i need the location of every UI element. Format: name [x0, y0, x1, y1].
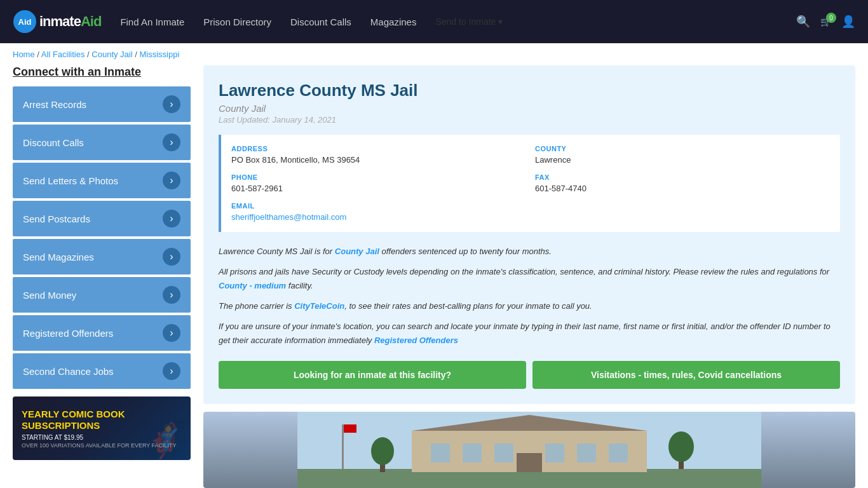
sidebar-label-send-postcards: Send Postcards: [23, 214, 90, 224]
sidebar-label-second-chance: Second Chance Jobs: [23, 366, 114, 377]
sidebar-heading: Connect with an Inmate: [13, 65, 191, 79]
facility-updated: Last Updated: January 14, 2021: [219, 115, 840, 125]
facility-photo-svg: [203, 412, 855, 488]
arrow-icon: ›: [163, 133, 180, 151]
facility-card: Lawrence County MS Jail County Jail Last…: [203, 65, 855, 404]
sidebar-label-registered-offenders: Registered Offenders: [23, 328, 113, 339]
sidebar-label-arrest-records: Arrest Records: [23, 99, 86, 110]
cart-badge-count: 0: [826, 13, 836, 23]
breadcrumb-home[interactable]: Home: [13, 50, 35, 59]
breadcrumb-all-facilities[interactable]: All Facilities: [41, 50, 85, 59]
phone-block: PHONE 601-587-2961: [231, 173, 526, 193]
arrow-icon: ›: [163, 172, 180, 189]
ad-starting: STARTING AT $19.95: [22, 434, 182, 441]
svg-rect-17: [342, 424, 344, 469]
county-block: COUNTY Lawrence: [535, 145, 830, 165]
action-buttons: Looking for an inmate at this facility? …: [219, 361, 840, 389]
find-inmate-button[interactable]: Looking for an inmate at this facility?: [219, 361, 526, 389]
nav-right: 🔍 🛒 0 👤: [796, 15, 855, 29]
link-county-jail[interactable]: County Jail: [335, 247, 379, 256]
sidebar-label-send-money: Send Money: [23, 290, 76, 301]
desc-para-2: All prisons and jails have Security or C…: [219, 265, 840, 293]
svg-rect-6: [431, 444, 450, 463]
arrow-icon: ›: [163, 362, 180, 380]
county-label: COUNTY: [535, 145, 830, 152]
svg-rect-10: [577, 444, 596, 463]
link-registered-offenders[interactable]: Registered Offenders: [374, 336, 458, 345]
sidebar-item-second-chance[interactable]: Second Chance Jobs ›: [13, 353, 191, 389]
sidebar-label-send-magazines: Send Magazines: [23, 252, 94, 262]
link-county-medium[interactable]: County - medium: [219, 281, 286, 290]
nav-magazines[interactable]: Magazines: [370, 17, 417, 27]
logo-text: inmateAid: [39, 13, 101, 30]
fax-label: FAX: [535, 173, 830, 181]
svg-point-16: [668, 431, 694, 462]
svg-rect-11: [609, 444, 628, 463]
sidebar-item-send-letters[interactable]: Send Letters & Photos ›: [13, 163, 191, 198]
content: Lawrence County MS Jail County Jail Last…: [203, 65, 855, 488]
info-grid: ADDRESS PO Box 816, Monticello, MS 39654…: [219, 135, 840, 232]
description: Lawrence County MS Jail is for County Ja…: [219, 245, 840, 348]
arrow-icon: ›: [163, 248, 180, 266]
logo[interactable]: Aid inmateAid: [13, 10, 101, 34]
search-icon[interactable]: 🔍: [796, 15, 810, 29]
address-block: ADDRESS PO Box 816, Monticello, MS 39654: [231, 145, 526, 165]
breadcrumb-mississippi[interactable]: Mississippi: [139, 50, 179, 59]
desc-para-1: Lawrence County MS Jail is for County Ja…: [219, 245, 840, 259]
nav-discount-calls[interactable]: Discount Calls: [290, 17, 351, 27]
svg-text:Aid: Aid: [18, 17, 32, 27]
email-label: EMAIL: [231, 202, 830, 210]
arrow-icon: ›: [163, 286, 180, 304]
fax-value: 601-587-4740: [535, 184, 830, 193]
email-block: EMAIL sheriffjoelthames@hotmail.com: [231, 202, 830, 222]
sidebar-item-send-money[interactable]: Send Money ›: [13, 277, 191, 313]
svg-rect-9: [545, 444, 564, 463]
arrow-icon: ›: [163, 95, 180, 113]
main-layout: Connect with an Inmate Arrest Records › …: [0, 65, 868, 488]
sidebar-item-send-magazines[interactable]: Send Magazines ›: [13, 239, 191, 274]
svg-rect-8: [494, 444, 513, 463]
phone-label: PHONE: [231, 173, 526, 181]
user-icon[interactable]: 👤: [841, 15, 855, 29]
ad-banner[interactable]: YEARLY COMIC BOOKSUBSCRIPTIONS STARTING …: [13, 396, 191, 460]
sidebar-item-registered-offenders[interactable]: Registered Offenders ›: [13, 315, 191, 351]
desc-para-3: The phone carrier is CityTeleCoin, to se…: [219, 299, 840, 313]
sidebar: Connect with an Inmate Arrest Records › …: [13, 65, 191, 488]
breadcrumb: Home / All Facilities / County Jail / Mi…: [0, 43, 868, 65]
svg-rect-18: [344, 424, 356, 433]
email-value[interactable]: sheriffjoelthames@hotmail.com: [231, 212, 830, 222]
breadcrumb-county-jail[interactable]: County Jail: [92, 50, 132, 59]
address-label: ADDRESS: [231, 145, 526, 152]
facility-photo: [203, 412, 855, 488]
ad-title: YEARLY COMIC BOOKSUBSCRIPTIONS: [22, 409, 182, 431]
nav-send-to-inmate[interactable]: Send to Inmate ▾: [435, 17, 503, 27]
nav-find-inmate[interactable]: Find An Inmate: [120, 17, 184, 27]
fax-block: FAX 601-587-4740: [535, 173, 830, 193]
navigation: Aid inmateAid Find An Inmate Prison Dire…: [0, 0, 868, 43]
facility-title: Lawrence County MS Jail: [219, 81, 840, 100]
phone-value: 601-587-2961: [231, 184, 526, 193]
county-value: Lawrence: [535, 155, 830, 165]
sidebar-label-discount-calls: Discount Calls: [23, 137, 84, 148]
sidebar-item-send-postcards[interactable]: Send Postcards ›: [13, 201, 191, 236]
svg-rect-7: [463, 444, 482, 463]
ad-tagline: OVER 100 VARIATIONS AVAILABLE FOR EVERY …: [22, 442, 182, 449]
sidebar-menu: Arrest Records › Discount Calls › Send L…: [13, 86, 191, 389]
sidebar-item-discount-calls[interactable]: Discount Calls ›: [13, 125, 191, 160]
address-value: PO Box 816, Monticello, MS 39654: [231, 155, 526, 165]
desc-para-4: If you are unsure of your inmate's locat…: [219, 320, 840, 348]
arrow-icon: ›: [163, 324, 180, 342]
link-citytelecoin[interactable]: CityTeleCoin: [294, 301, 344, 311]
nav-prison-directory[interactable]: Prison Directory: [203, 17, 271, 27]
arrow-icon: ›: [163, 210, 180, 227]
svg-rect-12: [517, 453, 542, 472]
nav-links: Find An Inmate Prison Directory Discount…: [120, 17, 796, 27]
sidebar-label-send-letters: Send Letters & Photos: [23, 175, 118, 186]
facility-type: County Jail: [219, 103, 840, 114]
svg-point-14: [371, 437, 394, 465]
visitations-button[interactable]: Visitations - times, rules, Covid cancel…: [532, 361, 840, 389]
cart-icon[interactable]: 🛒 0: [820, 17, 831, 27]
sidebar-item-arrest-records[interactable]: Arrest Records ›: [13, 86, 191, 122]
